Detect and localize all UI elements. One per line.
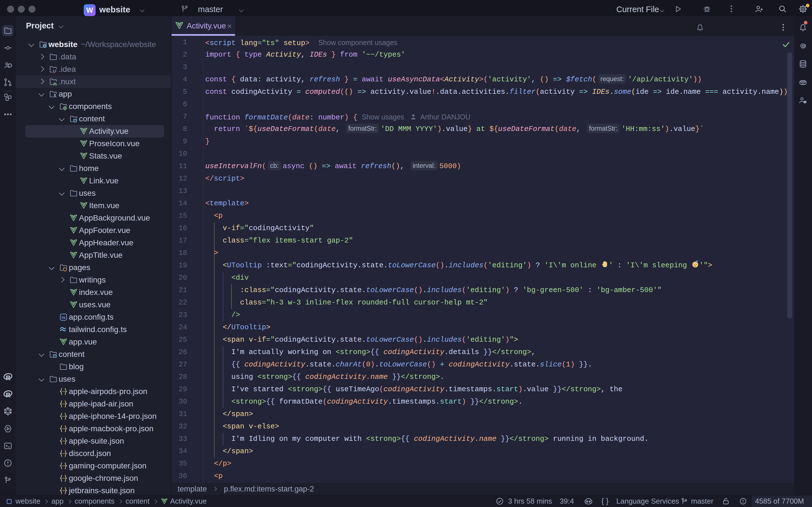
svg-text:R: R bbox=[6, 392, 10, 399]
svg-text:J: J bbox=[54, 69, 56, 73]
svg-text:R: R bbox=[6, 374, 10, 381]
svg-text:TS: TS bbox=[61, 316, 65, 320]
svg-text:I: I bbox=[53, 69, 54, 73]
